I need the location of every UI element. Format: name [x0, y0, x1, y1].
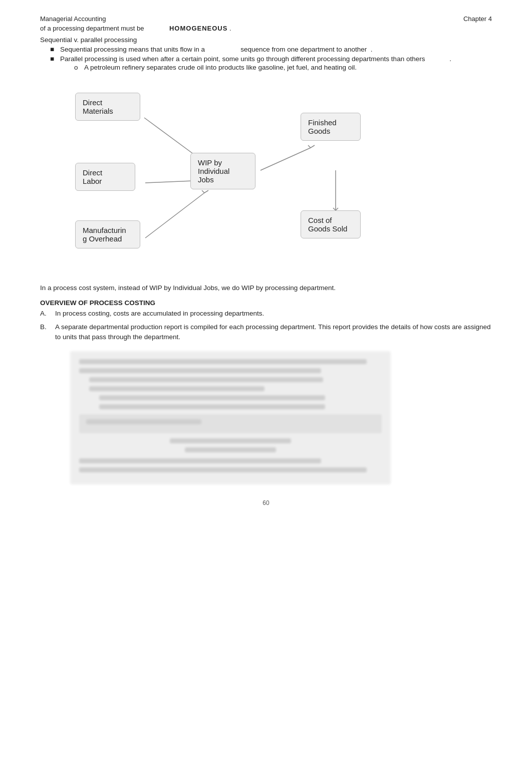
blurred-line-10: [79, 467, 367, 472]
sub-text-1: A petroleum refinery separates crude oil…: [84, 64, 357, 71]
overview-text-a: In process costing, costs are accumulate…: [55, 309, 264, 319]
blurred-line-5: [99, 395, 325, 400]
diagram-box-mfg-overhead: Manufacturing Overhead: [75, 220, 140, 248]
svg-line-2: [145, 193, 204, 238]
overview-item-a: A. In process costing, costs are accumul…: [40, 309, 492, 319]
overview-title: OVERVIEW OF PROCESS COSTING: [40, 299, 492, 307]
diagram-box-cogs: Cost ofGoods Sold: [301, 210, 361, 238]
blurred-line-8: [185, 447, 276, 452]
blurred-content-area: [70, 351, 391, 484]
page-number: 60: [40, 499, 492, 506]
sub-item-1: o A petroleum refinery separates crude o…: [74, 64, 451, 71]
blurred-line-4: [89, 386, 264, 391]
bullet-text-1: Sequential processing means that units f…: [60, 46, 373, 53]
header-left: Managerial Accounting: [40, 15, 106, 23]
bullet-item-2: ■ Parallel processing is used when after…: [50, 55, 492, 73]
blurred-inner-line-1: [86, 419, 201, 424]
overview-list: A. In process costing, costs are accumul…: [40, 309, 492, 342]
blurred-line-7: [170, 438, 291, 443]
diagram-box-finished-goods: FinishedGoods: [301, 113, 361, 141]
header-line-suffix: .: [229, 25, 231, 32]
overview-letter-a: A.: [40, 309, 51, 319]
blurred-line-6: [99, 404, 325, 409]
overview-item-b: B. A separate departmental production re…: [40, 322, 492, 343]
header-homogeneous: HOMOGENEOUS: [169, 25, 227, 32]
blurred-line-9: [79, 458, 321, 463]
diagram-box-direct-labor: DirectLabor: [75, 163, 135, 191]
bullet-list-sequential: ■ Sequential processing means that units…: [40, 46, 492, 73]
blurred-line-2: [79, 368, 321, 373]
bullet-item-1: ■ Sequential processing means that units…: [50, 46, 492, 53]
process-cost-para: In a process cost system, instead of WIP…: [40, 283, 492, 293]
section-title-sequential: Sequential v. parallel processing: [40, 36, 492, 44]
sub-list: o A petroleum refinery separates crude o…: [60, 64, 451, 71]
bullet-text-2: Parallel processing is used when after a…: [60, 55, 451, 73]
bullet-icon-1: ■: [50, 46, 57, 53]
bullet-icon-2: ■: [50, 55, 57, 73]
svg-line-3: [260, 148, 311, 170]
diagram-box-wip: WIP byIndividualJobs: [190, 153, 255, 189]
blurred-inner-box: [79, 414, 382, 433]
blurred-line-1: [79, 359, 367, 364]
header-right: Chapter 4: [463, 15, 492, 23]
blurred-line-3: [89, 377, 323, 382]
diagram-box-direct-materials: DirectMaterials: [75, 93, 140, 121]
sub-bullet-o: o: [74, 64, 81, 71]
overview-letter-b: B.: [40, 322, 51, 343]
cost-flow-diagram: DirectMaterials DirectLabor WIP byIndivi…: [70, 83, 411, 273]
overview-text-b: A separate departmental production repor…: [55, 322, 492, 343]
header-line-prefix: of a processing department must be: [40, 25, 144, 32]
